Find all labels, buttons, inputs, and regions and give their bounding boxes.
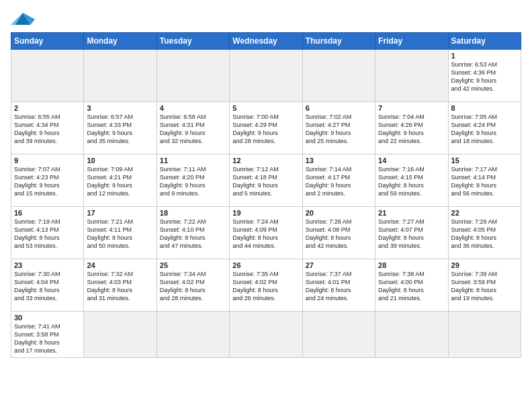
day-number: 3 bbox=[87, 104, 153, 112]
calendar-cell: 30Sunrise: 7:41 AM Sunset: 3:58 PM Dayli… bbox=[11, 312, 84, 358]
day-info: Sunrise: 7:11 AM Sunset: 4:20 PM Dayligh… bbox=[160, 165, 226, 198]
day-number: 1 bbox=[451, 52, 518, 60]
day-number: 23 bbox=[14, 261, 81, 269]
day-info: Sunrise: 7:05 AM Sunset: 4:24 PM Dayligh… bbox=[451, 113, 518, 146]
calendar-cell: 6Sunrise: 7:02 AM Sunset: 4:27 PM Daylig… bbox=[302, 102, 375, 154]
calendar-cell: 21Sunrise: 7:27 AM Sunset: 4:07 PM Dayli… bbox=[375, 207, 448, 259]
day-info: Sunrise: 7:02 AM Sunset: 4:27 PM Dayligh… bbox=[306, 113, 372, 146]
day-info: Sunrise: 7:14 AM Sunset: 4:17 PM Dayligh… bbox=[306, 165, 372, 198]
day-number: 28 bbox=[378, 261, 445, 269]
day-info: Sunrise: 7:22 AM Sunset: 4:10 PM Dayligh… bbox=[160, 218, 226, 250]
day-number: 21 bbox=[378, 209, 445, 217]
column-header-monday: Monday bbox=[84, 33, 157, 50]
calendar-cell: 7Sunrise: 7:04 AM Sunset: 4:26 PM Daylig… bbox=[375, 102, 448, 154]
day-info: Sunrise: 7:27 AM Sunset: 4:07 PM Dayligh… bbox=[378, 218, 445, 250]
day-number: 24 bbox=[87, 261, 153, 269]
day-number: 6 bbox=[306, 104, 372, 112]
column-header-sunday: Sunday bbox=[11, 33, 84, 50]
day-number: 4 bbox=[160, 104, 226, 112]
day-number: 30 bbox=[14, 314, 81, 322]
day-number: 17 bbox=[87, 209, 153, 217]
day-info: Sunrise: 7:30 AM Sunset: 4:04 PM Dayligh… bbox=[14, 270, 81, 303]
page: SundayMondayTuesdayWednesdayThursdayFrid… bbox=[0, 0, 532, 365]
calendar-cell bbox=[375, 312, 448, 358]
day-number: 2 bbox=[14, 104, 81, 112]
day-number: 16 bbox=[14, 209, 81, 217]
calendar-cell: 25Sunrise: 7:34 AM Sunset: 4:02 PM Dayli… bbox=[157, 259, 229, 312]
day-number: 8 bbox=[451, 104, 518, 112]
calendar-week-6: 30Sunrise: 7:41 AM Sunset: 3:58 PM Dayli… bbox=[11, 312, 521, 358]
calendar-cell: 9Sunrise: 7:07 AM Sunset: 4:23 PM Daylig… bbox=[11, 154, 84, 207]
day-info: Sunrise: 7:24 AM Sunset: 4:09 PM Dayligh… bbox=[232, 218, 299, 250]
day-number: 9 bbox=[14, 156, 81, 165]
day-info: Sunrise: 7:37 AM Sunset: 4:01 PM Dayligh… bbox=[306, 270, 372, 303]
calendar-cell: 2Sunrise: 6:55 AM Sunset: 4:34 PM Daylig… bbox=[11, 102, 84, 154]
day-number: 19 bbox=[232, 209, 299, 217]
day-info: Sunrise: 7:26 AM Sunset: 4:08 PM Dayligh… bbox=[306, 218, 372, 250]
column-header-friday: Friday bbox=[375, 33, 448, 50]
calendar-cell: 15Sunrise: 7:17 AM Sunset: 4:14 PM Dayli… bbox=[448, 154, 521, 207]
day-info: Sunrise: 6:53 AM Sunset: 4:36 PM Dayligh… bbox=[451, 60, 518, 93]
calendar-cell: 8Sunrise: 7:05 AM Sunset: 4:24 PM Daylig… bbox=[448, 102, 521, 154]
day-info: Sunrise: 7:04 AM Sunset: 4:26 PM Dayligh… bbox=[378, 113, 445, 146]
day-number: 25 bbox=[160, 261, 226, 269]
calendar-week-3: 9Sunrise: 7:07 AM Sunset: 4:23 PM Daylig… bbox=[11, 154, 521, 207]
calendar-week-5: 23Sunrise: 7:30 AM Sunset: 4:04 PM Dayli… bbox=[11, 259, 521, 312]
day-number: 5 bbox=[232, 104, 299, 112]
day-info: Sunrise: 7:34 AM Sunset: 4:02 PM Dayligh… bbox=[160, 270, 226, 303]
calendar-cell bbox=[11, 50, 84, 102]
day-number: 11 bbox=[160, 156, 226, 165]
calendar-cell: 5Sunrise: 7:00 AM Sunset: 4:29 PM Daylig… bbox=[230, 102, 302, 154]
day-info: Sunrise: 7:29 AM Sunset: 4:05 PM Dayligh… bbox=[451, 218, 518, 250]
calendar-cell: 27Sunrise: 7:37 AM Sunset: 4:01 PM Dayli… bbox=[302, 259, 375, 312]
calendar-cell bbox=[157, 312, 229, 358]
day-info: Sunrise: 6:55 AM Sunset: 4:34 PM Dayligh… bbox=[14, 113, 81, 146]
calendar-header-row: SundayMondayTuesdayWednesdayThursdayFrid… bbox=[11, 33, 521, 50]
day-info: Sunrise: 7:00 AM Sunset: 4:29 PM Dayligh… bbox=[232, 113, 299, 146]
calendar-cell: 24Sunrise: 7:32 AM Sunset: 4:03 PM Dayli… bbox=[84, 259, 157, 312]
day-info: Sunrise: 7:19 AM Sunset: 4:13 PM Dayligh… bbox=[14, 218, 81, 250]
calendar-cell bbox=[84, 312, 157, 358]
column-header-saturday: Saturday bbox=[448, 33, 521, 50]
calendar-cell: 17Sunrise: 7:21 AM Sunset: 4:11 PM Dayli… bbox=[84, 207, 157, 259]
calendar-week-1: 1Sunrise: 6:53 AM Sunset: 4:36 PM Daylig… bbox=[11, 50, 521, 102]
day-number: 10 bbox=[87, 156, 153, 165]
day-number: 29 bbox=[451, 261, 518, 269]
day-info: Sunrise: 7:41 AM Sunset: 3:58 PM Dayligh… bbox=[14, 322, 81, 355]
day-number: 14 bbox=[378, 156, 445, 165]
calendar-cell: 20Sunrise: 7:26 AM Sunset: 4:08 PM Dayli… bbox=[302, 207, 375, 259]
calendar-cell bbox=[302, 50, 375, 102]
calendar-week-4: 16Sunrise: 7:19 AM Sunset: 4:13 PM Dayli… bbox=[11, 207, 521, 259]
day-number: 13 bbox=[306, 156, 372, 165]
day-info: Sunrise: 7:17 AM Sunset: 4:14 PM Dayligh… bbox=[451, 165, 518, 198]
column-header-thursday: Thursday bbox=[302, 33, 375, 50]
day-info: Sunrise: 7:21 AM Sunset: 4:11 PM Dayligh… bbox=[87, 218, 153, 250]
calendar-cell: 12Sunrise: 7:12 AM Sunset: 4:18 PM Dayli… bbox=[230, 154, 302, 207]
calendar-cell bbox=[230, 312, 302, 358]
day-info: Sunrise: 7:38 AM Sunset: 4:00 PM Dayligh… bbox=[378, 270, 445, 303]
calendar-cell: 10Sunrise: 7:09 AM Sunset: 4:21 PM Dayli… bbox=[84, 154, 157, 207]
day-info: Sunrise: 7:12 AM Sunset: 4:18 PM Dayligh… bbox=[232, 165, 299, 198]
calendar-cell bbox=[302, 312, 375, 358]
day-number: 12 bbox=[232, 156, 299, 165]
calendar-cell bbox=[448, 312, 521, 358]
day-number: 18 bbox=[160, 209, 226, 217]
day-info: Sunrise: 6:57 AM Sunset: 4:33 PM Dayligh… bbox=[87, 113, 153, 146]
header bbox=[11, 7, 521, 28]
logo bbox=[11, 9, 36, 28]
calendar-cell: 14Sunrise: 7:16 AM Sunset: 4:15 PM Dayli… bbox=[375, 154, 448, 207]
calendar-cell: 1Sunrise: 6:53 AM Sunset: 4:36 PM Daylig… bbox=[448, 50, 521, 102]
calendar: SundayMondayTuesdayWednesdayThursdayFrid… bbox=[11, 32, 521, 358]
day-info: Sunrise: 7:39 AM Sunset: 3:59 PM Dayligh… bbox=[451, 270, 518, 303]
day-info: Sunrise: 7:09 AM Sunset: 4:21 PM Dayligh… bbox=[87, 165, 153, 198]
calendar-cell: 28Sunrise: 7:38 AM Sunset: 4:00 PM Dayli… bbox=[375, 259, 448, 312]
day-number: 7 bbox=[378, 104, 445, 112]
calendar-cell: 26Sunrise: 7:35 AM Sunset: 4:02 PM Dayli… bbox=[230, 259, 302, 312]
day-number: 15 bbox=[451, 156, 518, 165]
calendar-week-2: 2Sunrise: 6:55 AM Sunset: 4:34 PM Daylig… bbox=[11, 102, 521, 154]
calendar-cell: 29Sunrise: 7:39 AM Sunset: 3:59 PM Dayli… bbox=[448, 259, 521, 312]
calendar-cell: 16Sunrise: 7:19 AM Sunset: 4:13 PM Dayli… bbox=[11, 207, 84, 259]
day-number: 22 bbox=[451, 209, 518, 217]
calendar-cell: 23Sunrise: 7:30 AM Sunset: 4:04 PM Dayli… bbox=[11, 259, 84, 312]
calendar-cell: 13Sunrise: 7:14 AM Sunset: 4:17 PM Dayli… bbox=[302, 154, 375, 207]
